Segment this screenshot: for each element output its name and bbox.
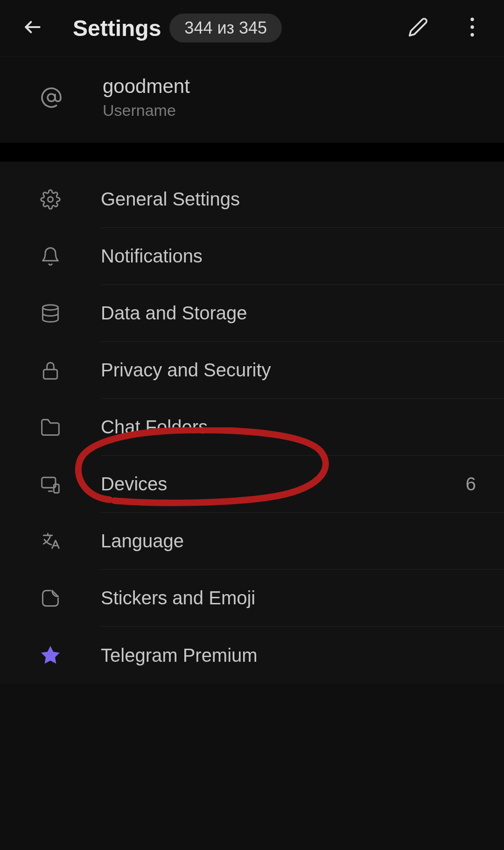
svg-rect-9 — [54, 484, 59, 493]
menu-item-value: 6 — [466, 474, 476, 495]
lock-icon — [37, 360, 63, 381]
svg-point-5 — [48, 197, 53, 202]
menu-item-stickers-emoji[interactable]: Stickers and Emoji — [37, 570, 504, 627]
menu-item-telegram-premium[interactable]: Telegram Premium — [37, 627, 504, 684]
menu-item-label: Language — [101, 531, 476, 552]
storage-icon — [37, 303, 63, 324]
devices-icon — [37, 474, 63, 495]
menu-item-data-storage[interactable]: Data and Storage — [37, 285, 504, 342]
menu-item-label: Notifications — [101, 246, 476, 267]
menu-item-label: Devices — [101, 474, 466, 495]
menu-item-language[interactable]: Language — [37, 513, 504, 570]
more-button[interactable] — [459, 15, 485, 41]
username-row[interactable]: goodment Username — [0, 56, 504, 143]
svg-point-6 — [43, 305, 58, 310]
menu-item-general-settings[interactable]: General Settings — [37, 171, 504, 228]
menu-item-devices[interactable]: Devices 6 — [37, 456, 504, 513]
menu-item-label: Chat Folders — [101, 417, 476, 438]
at-icon — [37, 86, 65, 109]
count-badge: 344 из 345 — [169, 14, 282, 42]
svg-rect-7 — [43, 369, 57, 379]
menu-item-label: Telegram Premium — [101, 645, 476, 666]
folder-icon — [37, 417, 63, 438]
menu-item-label: Privacy and Security — [101, 360, 476, 381]
menu-item-privacy-security[interactable]: Privacy and Security — [37, 342, 504, 399]
edit-button[interactable] — [405, 15, 431, 41]
menu-item-label: Data and Storage — [101, 303, 476, 324]
settings-header: Settings 344 из 345 — [0, 0, 504, 56]
menu-item-label: General Settings — [101, 189, 476, 210]
language-icon — [37, 531, 63, 552]
gear-icon — [37, 189, 63, 210]
menu-item-notifications[interactable]: Notifications — [37, 228, 504, 285]
menu-item-chat-folders[interactable]: Chat Folders — [37, 399, 504, 456]
svg-point-4 — [48, 94, 55, 101]
svg-point-2 — [470, 25, 474, 28]
svg-point-1 — [470, 18, 474, 21]
pencil-icon — [408, 17, 428, 39]
page-title: Settings — [73, 15, 161, 41]
back-button[interactable] — [19, 14, 47, 42]
settings-menu: General Settings Notifications Data and … — [0, 162, 504, 684]
username-sublabel: Username — [103, 101, 190, 120]
menu-item-label: Stickers and Emoji — [101, 588, 476, 609]
svg-point-3 — [470, 33, 474, 36]
arrow-left-icon — [22, 17, 43, 39]
star-icon — [37, 644, 63, 666]
sticker-icon — [37, 588, 63, 609]
username-value: goodment — [103, 75, 190, 98]
more-vertical-icon — [470, 17, 475, 39]
bell-icon — [37, 246, 63, 267]
section-separator — [0, 143, 504, 162]
